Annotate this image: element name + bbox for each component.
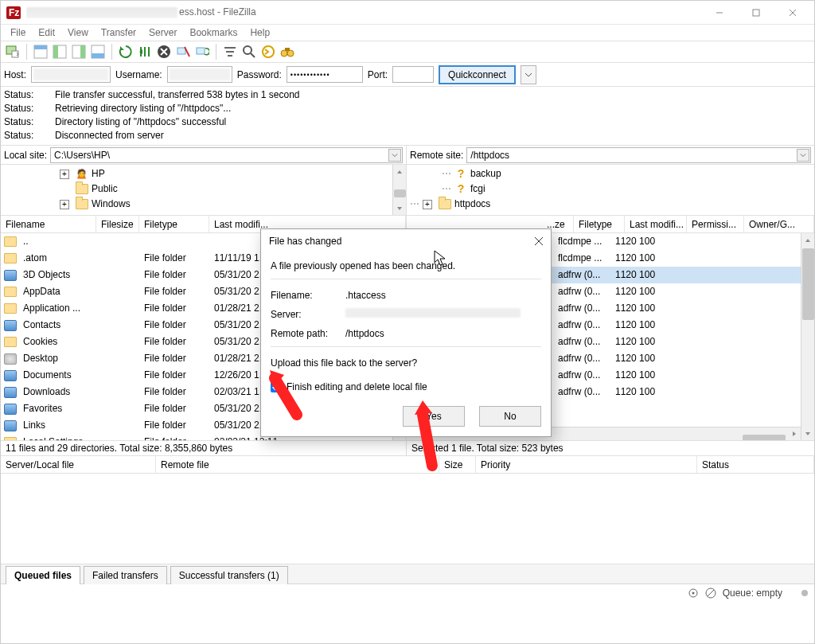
toggle-queue-icon[interactable] [89,43,107,60]
disconnect-icon[interactable] [174,43,192,60]
svg-point-25 [244,46,252,54]
maximize-button[interactable] [738,1,774,25]
toggle-local-tree-icon[interactable] [51,43,68,60]
tab-successful-transfers[interactable]: Successful transfers (1) [170,566,288,584]
cancel-icon[interactable] [155,43,173,60]
titlebar: Fz ess.host - FileZilla [1,1,814,25]
transfer-queue[interactable] [1,474,814,564]
quickconnect-button[interactable]: Quickconnect [439,65,516,84]
chevron-down-icon[interactable] [797,149,809,162]
quickconnect-bar: Host: Username: Password: •••••••••••• P… [1,63,814,87]
process-queue-icon[interactable] [136,43,154,60]
spec-icon [4,320,17,331]
remote-site-path[interactable]: /httpdocs [466,147,811,163]
menu-transfer[interactable]: Transfer [95,25,142,40]
dialog-upload-question: Upload this file back to the server? [271,353,541,373]
gear-icon[interactable] [688,587,699,599]
tree-item[interactable]: + Windows [4,197,403,212]
tree-item[interactable]: Public [4,181,403,197]
folder-icon [4,337,17,348]
scrollbar-vertical[interactable] [392,165,406,215]
tab-failed-transfers[interactable]: Failed transfers [84,566,167,584]
queue-status: Queue: empty [723,587,782,599]
log-line: Status:File transfer successful, transfe… [4,88,811,102]
message-log[interactable]: Status:File transfer successful, transfe… [1,87,814,146]
disk-icon [4,353,17,365]
menu-view[interactable]: View [61,25,95,40]
tree-item[interactable]: +🙍 HP [4,166,403,181]
compare-icon[interactable] [259,43,277,60]
search-icon[interactable] [240,43,258,60]
binoculars-icon[interactable] [279,43,296,60]
refresh-icon[interactable] [117,43,135,60]
svg-rect-13 [80,45,85,58]
dialog-filename-value: .htaccess [345,286,386,305]
username-label: Username: [115,69,162,80]
svg-rect-11 [53,45,58,58]
tree-item[interactable]: ⋯ fcgi [410,181,811,197]
dialog-filename-label: Filename: [271,286,337,305]
menu-help[interactable]: Help [244,25,276,40]
toggle-log-icon[interactable] [32,43,49,60]
tab-queued-files[interactable]: Queued files [6,566,80,584]
quickconnect-dropdown[interactable] [521,65,536,84]
password-input[interactable]: •••••••••••• [287,66,363,83]
folder-icon [4,287,17,298]
filter-icon[interactable] [221,43,239,60]
minimize-button[interactable] [701,1,738,25]
yes-button[interactable]: Yes [403,406,465,427]
remote-tree[interactable]: ⋯ backup⋯ fcgi⋯ + httpdocs [407,165,814,215]
svg-point-28 [287,50,294,57]
spec-icon [4,387,17,398]
transfer-header[interactable]: Server/Local file Remote file Size Prior… [1,456,814,474]
local-tree[interactable]: +🙍 HP Public+ Windows [1,165,407,215]
toggle-remote-tree-icon[interactable] [70,43,88,60]
svg-text:Fz: Fz [9,7,19,18]
chevron-down-icon[interactable] [388,149,401,162]
dialog-title: File has changed [269,236,341,247]
log-line: Status:Directory listing of "/httpdocs" … [4,115,811,129]
dialog-server-label: Server: [271,305,337,324]
password-label: Password: [237,69,282,80]
scrollbar-vertical[interactable] [801,233,814,440]
dialog-server-value [345,305,521,324]
dialog-message: A file previously opened has been change… [271,256,541,275]
svg-rect-24 [228,55,232,57]
username-input[interactable] [167,66,232,83]
status-bar: Queue: empty [1,584,814,601]
close-button[interactable] [774,1,811,25]
no-button[interactable]: No [479,406,541,427]
svg-rect-21 [197,48,205,54]
queue-tabs: Queued files Failed transfers Successful… [1,564,814,584]
file-changed-dialog: File has changed A file previously opene… [260,228,552,437]
toolbar [1,41,814,63]
local-site-path[interactable]: C:\Users\HP\ [50,147,403,163]
reconnect-icon[interactable] [193,43,211,60]
svg-rect-3 [753,10,759,16]
log-line: Status:Disconnected from server [4,129,811,142]
folder-icon [4,437,17,441]
spec-icon [4,420,17,431]
menu-file[interactable]: File [4,25,32,40]
menu-bookmarks[interactable]: Bookmarks [183,25,244,40]
folder-icon [4,253,17,264]
port-input[interactable] [392,66,434,83]
tree-item[interactable]: ⋯ backup [410,166,811,181]
port-label: Port: [368,69,388,80]
tree-item[interactable]: ⋯ + httpdocs [410,197,811,212]
svg-rect-29 [285,48,290,51]
svg-rect-23 [226,51,234,53]
lock-icon[interactable] [705,587,716,599]
svg-line-33 [708,590,714,596]
dialog-finish-editing-checkbox[interactable]: Finish editing and delete local file [271,377,541,396]
menu-edit[interactable]: Edit [32,25,61,40]
host-input[interactable] [31,66,111,83]
spec-icon [4,270,17,281]
svg-point-31 [692,591,694,594]
close-icon[interactable] [532,234,546,248]
site-manager-icon[interactable] [4,43,21,60]
spec-icon [4,404,17,415]
local-site-label: Local site: [4,150,47,161]
menu-server[interactable]: Server [142,25,183,40]
svg-rect-9 [34,45,47,49]
